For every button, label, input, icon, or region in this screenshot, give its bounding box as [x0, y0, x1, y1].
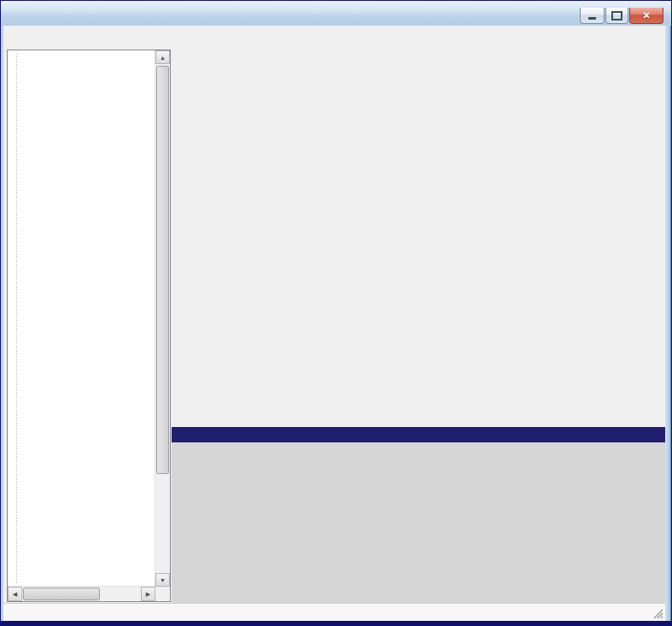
scrollbar-corner [155, 587, 170, 601]
ir-spectrum-chart[interactable] [172, 48, 665, 427]
resize-grip-icon[interactable] [652, 608, 663, 619]
vertical-scrollbar-thumb[interactable] [156, 66, 169, 474]
rules-table [172, 427, 665, 603]
window-border-right [665, 26, 671, 621]
minimize-button[interactable] [580, 8, 605, 24]
tree-vertical-scrollbar[interactable]: ▲ ▼ [155, 50, 170, 587]
tree-horizontal-scrollbar[interactable]: ◀ ▶ [8, 586, 155, 601]
interpretation-rule-designer-window: { "window": { "title": "Interpretation R… [0, 0, 672, 626]
tree-guide-line [16, 54, 17, 583]
scroll-right-arrow-icon[interactable]: ▶ [141, 587, 155, 601]
rule-tree [8, 50, 155, 587]
client-area: ▲ ▼ ◀ ▶ [3, 26, 665, 621]
horizontal-scrollbar-thumb[interactable] [23, 588, 100, 600]
maximize-icon [611, 11, 622, 20]
scroll-down-arrow-icon[interactable]: ▼ [155, 573, 170, 587]
table-header[interactable] [172, 427, 665, 442]
menubar [3, 26, 665, 48]
scroll-left-arrow-icon[interactable]: ◀ [8, 587, 22, 601]
scroll-up-arrow-icon[interactable]: ▲ [155, 50, 170, 64]
window-controls: ✕ [580, 8, 663, 24]
close-button[interactable]: ✕ [629, 8, 663, 24]
close-icon: ✕ [642, 11, 650, 20]
maximize-button[interactable] [605, 8, 628, 24]
rule-tree-panel: ▲ ▼ ◀ ▶ [7, 50, 171, 602]
minimize-icon [588, 17, 596, 20]
titlebar[interactable]: ✕ [1, 1, 671, 26]
status-bar [3, 603, 665, 621]
